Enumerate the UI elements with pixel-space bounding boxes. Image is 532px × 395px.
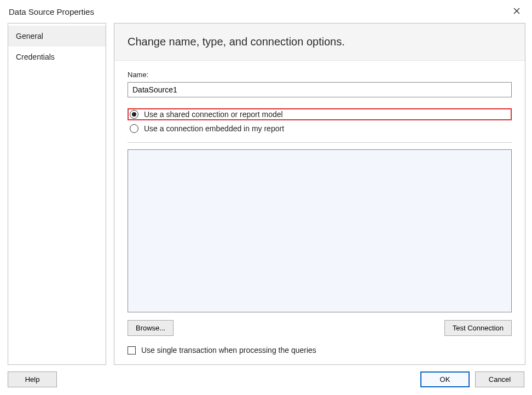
radio-label: Use a connection embedded in my report [144,124,284,133]
divider [128,142,512,143]
name-label: Name: [128,71,512,79]
radio-label: Use a shared connection or report model [144,110,283,119]
sidebar-item-label: Credentials [16,53,55,61]
content-body: Name: Use a shared connection or report … [114,61,525,364]
connection-type-radio-group: Use a shared connection or report model … [128,108,512,137]
radio-icon [130,110,138,119]
titlebar: Data Source Properties [0,0,532,23]
sidebar: General Credentials [8,23,106,365]
dialog-body: General Credentials Change name, type, a… [0,23,532,365]
sidebar-item-credentials[interactable]: Credentials [8,47,106,67]
name-input[interactable] [128,82,512,97]
sidebar-item-label: General [16,32,43,40]
content-panel: Change name, type, and connection option… [114,23,525,365]
radio-shared-connection[interactable]: Use a shared connection or report model [128,108,512,120]
close-icon [513,7,520,16]
connection-button-row: Browse... Test Connection [128,320,512,336]
single-transaction-checkbox-row[interactable]: Use single transaction when processing t… [128,346,512,355]
content-heading: Change name, type, and connection option… [114,24,525,61]
test-connection-button[interactable]: Test Connection [444,320,512,336]
checkbox-icon [128,346,136,355]
help-button[interactable]: Help [8,371,57,387]
checkbox-label: Use single transaction when processing t… [141,346,316,355]
sidebar-item-general[interactable]: General [8,26,106,47]
connection-listbox[interactable] [128,149,512,312]
radio-embedded-connection[interactable]: Use a connection embedded in my report [128,123,512,135]
dialog-footer: Help OK Cancel [0,365,532,395]
radio-icon [130,124,138,133]
dialog-window: Data Source Properties General Credentia… [0,0,532,395]
close-button[interactable] [508,3,525,20]
ok-button[interactable]: OK [420,371,470,387]
window-title: Data Source Properties [9,7,508,16]
cancel-button[interactable]: Cancel [475,371,524,387]
browse-button[interactable]: Browse... [128,320,174,336]
